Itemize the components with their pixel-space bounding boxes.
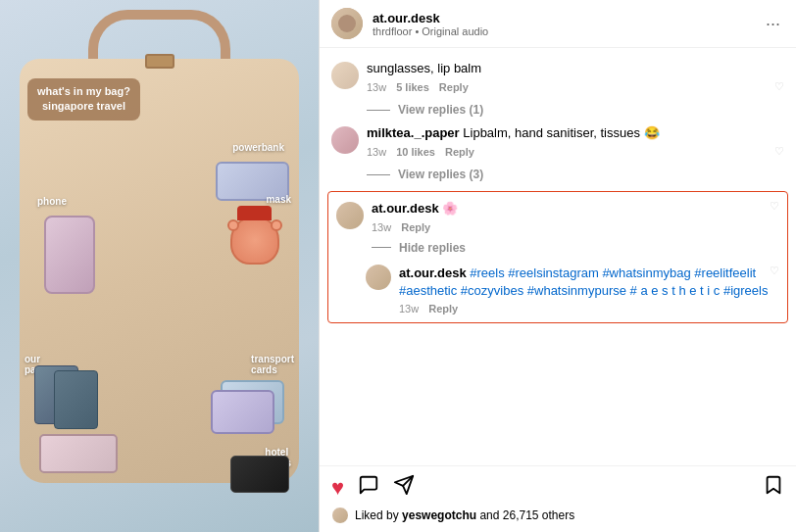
- reply-text: at.our.desk #reels #reelsinstagram #what…: [399, 265, 770, 300]
- share-button[interactable]: [393, 474, 415, 501]
- reply-button[interactable]: Reply: [439, 81, 469, 93]
- header-info: at.our.desk thrdfloor • Original audio: [373, 11, 762, 37]
- like-button[interactable]: ♥: [331, 475, 344, 501]
- highlighted-comment-block: at.our.desk 🌸 13w Reply ♡ Hide replies: [327, 191, 788, 323]
- comment-avatar: [331, 62, 359, 89]
- header-sub: thrdfloor • Original audio: [373, 25, 762, 37]
- comment-avatar: [331, 126, 359, 154]
- reply-content: at.our.desk #reels #reelsinstagram #what…: [399, 265, 770, 314]
- reply-avatar: [366, 265, 391, 290]
- comment-row: milktea._.paper Lipbalm, hand sanitiser,…: [320, 121, 796, 162]
- right-panel: at.our.desk thrdfloor • Original audio ·…: [319, 0, 796, 532]
- highlighted-meta: 13w Reply: [372, 221, 770, 233]
- view-replies-1[interactable]: View replies (1): [320, 99, 796, 121]
- comment-content: milktea._.paper Lipbalm, hand sanitiser,…: [367, 124, 784, 158]
- highlighted-avatar: [336, 202, 364, 229]
- hide-replies-toggle[interactable]: Hide replies: [336, 239, 779, 261]
- reply-button[interactable]: Reply: [401, 221, 430, 233]
- bottom-actions: ♥: [320, 465, 796, 532]
- header-avatar: [331, 8, 363, 39]
- post-header: at.our.desk thrdfloor • Original audio ·…: [320, 0, 796, 48]
- like-icon[interactable]: ♡: [770, 265, 779, 277]
- comment-button[interactable]: [358, 474, 379, 501]
- divider-line: [372, 247, 391, 248]
- reply-button[interactable]: Reply: [445, 146, 474, 158]
- reply-meta: 13w Reply: [399, 303, 770, 314]
- bag-label: what's in my bag?singapore travel: [27, 78, 140, 121]
- bookmark-button[interactable]: [763, 474, 784, 501]
- reply-button[interactable]: Reply: [428, 303, 458, 314]
- like-icon[interactable]: ♡: [770, 200, 779, 213]
- more-button[interactable]: ···: [762, 14, 784, 34]
- comment-meta: 13w 5 likes Reply ♡: [367, 80, 784, 93]
- highlighted-content: at.our.desk 🌸 13w Reply: [372, 200, 770, 232]
- header-username[interactable]: at.our.desk: [373, 11, 762, 25]
- comment-text: milktea._.paper Lipbalm, hand sanitiser,…: [367, 124, 784, 142]
- liked-by-row: Liked by yeswegotchu and 26,715 others: [331, 507, 784, 524]
- divider-line: [367, 174, 390, 175]
- liked-text: Liked by yeswegotchu and 26,715 others: [355, 508, 574, 522]
- comments-area[interactable]: sunglasses, lip balm 13w 5 likes Reply ♡…: [320, 48, 796, 465]
- reply-block: at.our.desk #reels #reelsinstagram #what…: [336, 265, 779, 314]
- post-image: what's in my bag?singapore travel powerb…: [0, 0, 319, 532]
- like-icon[interactable]: ♡: [774, 145, 784, 158]
- liked-avatars: [331, 507, 349, 524]
- comment-meta: 13w 10 likes Reply ♡: [367, 145, 784, 158]
- highlighted-comment: at.our.desk 🌸 13w Reply ♡: [336, 200, 779, 232]
- highlighted-text: at.our.desk 🌸: [372, 200, 770, 218]
- action-icons-row: ♥: [331, 474, 784, 501]
- divider-line: [367, 110, 390, 111]
- comment-text: sunglasses, lip balm: [367, 60, 784, 77]
- like-icon[interactable]: ♡: [774, 80, 784, 93]
- comment-content: sunglasses, lip balm 13w 5 likes Reply ♡: [367, 60, 784, 93]
- comment-row: sunglasses, lip balm 13w 5 likes Reply ♡: [320, 56, 796, 97]
- view-replies-2[interactable]: View replies (3): [320, 164, 796, 185]
